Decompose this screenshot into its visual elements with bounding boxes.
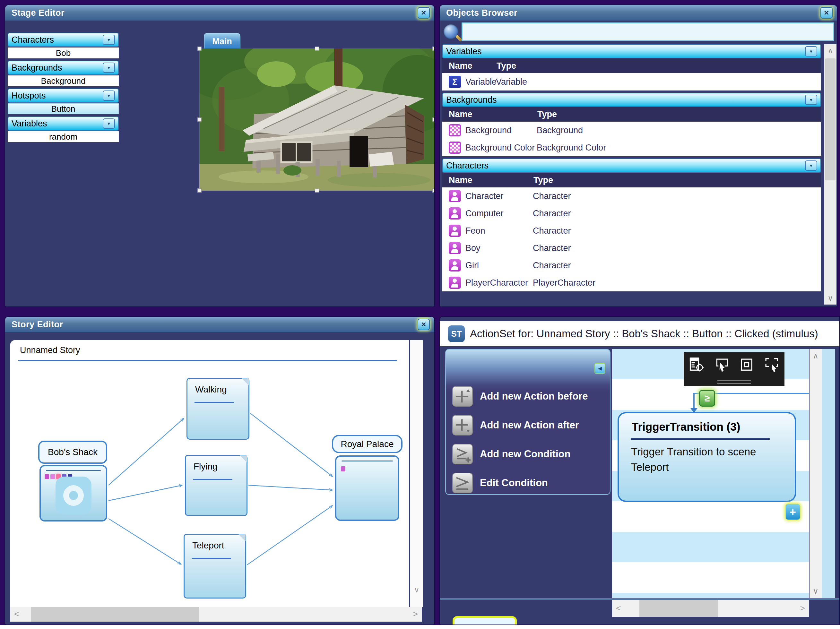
close-icon[interactable]: ✕ (418, 7, 430, 19)
story-horizontal-scrollbar[interactable]: < > (10, 607, 422, 622)
table-row[interactable]: Computer Character (442, 205, 821, 222)
resize-handle[interactable] (315, 188, 319, 192)
scene-node-teleport[interactable]: Teleport (183, 534, 246, 599)
scroll-up-icon[interactable]: ∧ (810, 352, 822, 360)
scroll-right-icon[interactable]: > (800, 603, 805, 613)
accordion-header-hotspots[interactable]: Hotspots ▼ (8, 88, 119, 103)
resize-handle[interactable] (433, 188, 435, 192)
node-underline (194, 402, 234, 403)
scene-node-royal-palace-body[interactable] (335, 456, 399, 521)
collapse-sidebar-icon[interactable]: ◀ (594, 363, 605, 374)
scroll-down-icon[interactable]: ∨ (824, 294, 837, 303)
auto-layout-icon[interactable] (688, 356, 705, 373)
select-tool-icon[interactable] (713, 356, 730, 373)
scene-node-bobs-shack-title[interactable]: Bob's Shack (38, 441, 107, 464)
scroll-left-icon[interactable]: < (14, 609, 19, 619)
table-row[interactable]: Boy Character (442, 240, 821, 257)
table-row[interactable]: Σ Variable Variable (442, 73, 821, 90)
add-action-icon[interactable]: + (785, 503, 801, 520)
button-label: Add new Action before (480, 391, 588, 402)
stage-item-background[interactable]: Background (8, 76, 119, 86)
accordion-header-characters[interactable]: Characters ▼ (442, 159, 821, 173)
stage-editor-titlebar[interactable]: Stage Editor ✕ (5, 5, 434, 20)
table-row[interactable]: PlayerCharacter PlayerCharacter (442, 274, 821, 292)
action-node-description: Trigger Transition to scene Teleport (631, 444, 779, 475)
accordion-header-backgrounds[interactable]: Backgrounds ▼ (442, 93, 821, 107)
add-condition-button[interactable]: Add new Condition (452, 443, 570, 466)
action-node-trigger-transition[interactable]: TriggerTransition (3) Trigger Transition… (617, 412, 796, 502)
add-after-icon (452, 415, 473, 435)
chevron-down-icon[interactable]: ▼ (103, 118, 115, 129)
row-type: Character (533, 226, 571, 236)
accordion-header-variables[interactable]: Variables ▼ (442, 44, 821, 58)
resize-handle[interactable] (315, 47, 319, 51)
chevron-down-icon[interactable]: ▼ (103, 90, 115, 101)
chevron-down-icon[interactable]: ▼ (805, 95, 817, 105)
add-action-before-button[interactable]: Add new Action before (452, 385, 588, 408)
objects-vertical-scrollbar[interactable]: ∧ ∨ (824, 44, 837, 304)
objects-list: Variables ▼ Name Type Σ Variable Variabl… (442, 44, 821, 304)
marquee-select-icon[interactable] (763, 356, 780, 373)
scroll-down-icon[interactable]: ∨ (810, 586, 822, 596)
actionset-vertical-scrollbar[interactable]: ∧ ∨ (810, 349, 822, 598)
story-editor-titlebar[interactable]: Story Editor ✕ (5, 317, 434, 332)
chevron-down-icon[interactable]: ▼ (103, 63, 115, 73)
accordion-header-backgrounds[interactable]: Backgrounds ▼ (8, 61, 119, 75)
table-row[interactable]: Feon Character (442, 222, 821, 240)
resize-handle[interactable] (433, 47, 435, 51)
edit-condition-button[interactable]: Edit Condition (452, 471, 548, 495)
table-row[interactable]: Girl Character (442, 257, 821, 274)
resize-handle[interactable] (197, 188, 202, 192)
table-row[interactable]: Character Character (442, 188, 821, 205)
stage-accordion: Characters ▼ Bob Backgrounds ▼ Backgroun… (8, 33, 119, 142)
chevron-down-icon[interactable]: ▼ (805, 161, 817, 171)
story-canvas[interactable]: Unnamed Story Walking (10, 340, 409, 607)
highlighted-button[interactable] (453, 616, 517, 625)
table-row[interactable]: Background Background (442, 121, 821, 139)
scrollbar-thumb[interactable] (825, 58, 835, 180)
scroll-up-icon[interactable]: ∧ (824, 46, 837, 55)
actionset-horizontal-scrollbar[interactable]: < > (612, 600, 809, 617)
stage-editor-panel: Stage Editor ✕ Characters ▼ Bob Backgrou… (5, 5, 435, 307)
fold-corner-icon (238, 534, 246, 541)
story-vertical-scrollbar[interactable]: ∨ (410, 340, 423, 607)
scroll-left-icon[interactable]: < (616, 603, 621, 613)
scroll-down-icon[interactable]: ∨ (410, 585, 423, 594)
section-variables: Variables ▼ Name Type Σ Variable Variabl… (442, 44, 821, 90)
close-icon[interactable]: ✕ (418, 318, 430, 330)
table-row[interactable]: Background Color Background Color (442, 139, 821, 156)
accordion-header-characters[interactable]: Characters ▼ (8, 33, 119, 47)
condition-badge-icon[interactable]: ≥ (699, 390, 715, 407)
story-editor-panel: Story Editor ✕ Unnamed Story (5, 316, 435, 625)
resize-handle[interactable] (197, 47, 202, 51)
scroll-right-icon[interactable]: > (413, 609, 418, 619)
scrollbar-thumb[interactable] (639, 600, 718, 617)
column-type: Type (534, 175, 553, 185)
scene-node-bobs-shack-body[interactable] (39, 465, 107, 522)
stage-item-random[interactable]: random (8, 131, 119, 142)
resize-handle[interactable] (433, 117, 435, 121)
objects-browser-titlebar[interactable]: Objects Browser ✕ (440, 5, 837, 20)
scene-node-flying[interactable]: Flying (185, 455, 248, 516)
tab-main[interactable]: Main (204, 33, 240, 49)
close-icon[interactable]: ✕ (820, 7, 833, 19)
node-underline (341, 460, 393, 462)
search-input[interactable] (461, 22, 834, 41)
scene-node-royal-palace-title[interactable]: Royal Palace (332, 435, 403, 453)
table-header: Name Type (442, 58, 821, 73)
stage-item-button[interactable]: Button (8, 103, 119, 114)
stage-scene-image[interactable] (199, 49, 434, 191)
scene-node-walking[interactable]: Walking (186, 378, 249, 440)
scrollbar-thumb[interactable] (31, 607, 199, 622)
accordion-header-variables[interactable]: Variables ▼ (8, 117, 119, 131)
canvas-toolbar[interactable] (684, 352, 785, 386)
actionset-canvas[interactable]: ≥ TriggerTransition (3) Trigger Transiti… (612, 349, 809, 598)
stage-item-bob[interactable]: Bob (8, 47, 119, 58)
add-action-after-button[interactable]: Add new Action after (452, 414, 579, 437)
zoom-region-icon[interactable] (738, 356, 755, 373)
resize-handle[interactable] (197, 117, 202, 121)
chevron-down-icon[interactable]: ▼ (103, 35, 115, 45)
character-icon (449, 190, 461, 202)
chevron-down-icon[interactable]: ▼ (805, 46, 817, 57)
hotspot-mini-icon (44, 474, 49, 479)
